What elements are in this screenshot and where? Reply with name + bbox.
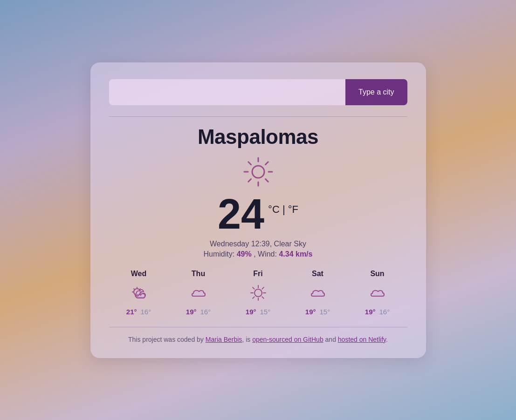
forecast-icon-fri — [248, 283, 268, 303]
svg-point-17 — [255, 289, 262, 297]
forecast-temps-thu: 19° 16° — [186, 308, 211, 316]
footer-text-end: . — [386, 336, 388, 343]
search-button[interactable]: Type a city — [345, 79, 407, 105]
svg-point-8 — [252, 166, 264, 178]
forecast-temps-wed: 21° 16° — [126, 308, 151, 316]
forecast-day-name: Sun — [370, 270, 384, 278]
footer: This project was coded by Maria Berbis, … — [109, 336, 407, 343]
footer-divider — [109, 327, 407, 327]
footer-text-before: This project was coded by — [128, 336, 206, 343]
forecast-icon-sun — [367, 283, 388, 303]
footer-github-link[interactable]: open-sourced on GitHub — [252, 336, 323, 343]
forecast-icon-thu — [188, 283, 209, 303]
wind-value: 4.34 km/s — [279, 250, 312, 258]
svg-line-4 — [248, 162, 251, 164]
forecast-temps-fri: 19° 15° — [246, 308, 270, 316]
humidity-label: Humidity: — [204, 250, 235, 258]
forecast-icon-sat — [308, 283, 328, 303]
svg-line-14 — [134, 289, 135, 290]
svg-line-7 — [248, 179, 251, 182]
forecast-day-name: Fri — [253, 270, 262, 278]
svg-line-23 — [262, 297, 264, 298]
forecast-day-sat: Sat 19° 15° — [295, 270, 341, 316]
unit-divider: | — [280, 203, 288, 215]
temperature-value: 24 — [218, 193, 264, 235]
forecast-day-name: Sat — [312, 270, 323, 278]
unit-fahrenheit[interactable]: °F — [288, 203, 298, 215]
city-name: Maspalomas — [109, 125, 407, 149]
forecast-day-sun: Sun 19° 16° — [354, 270, 401, 316]
footer-author-link[interactable]: Maria Berbis — [206, 336, 242, 343]
weather-card: Type a city Maspalomas 24 °C | °F Wednes… — [90, 62, 426, 358]
sun-icon — [241, 155, 275, 189]
footer-netlify-link[interactable]: hosted on Netlify — [338, 336, 386, 343]
forecast-low-sat: 15° — [320, 308, 330, 316]
forecast-row: Wed 21° 16° Thu — [109, 270, 407, 316]
forecast-high-fri: 19° — [246, 308, 256, 316]
weather-icon-container — [109, 155, 407, 189]
forecast-low-thu: 16° — [200, 308, 211, 316]
svg-line-6 — [265, 162, 268, 164]
temperature-units: °C | °F — [268, 203, 298, 216]
city-search-input[interactable] — [109, 79, 346, 105]
forecast-day-thu: Thu 19° 16° — [175, 270, 222, 316]
temperature-row: 24 °C | °F — [109, 193, 407, 235]
forecast-low-sun: 16° — [379, 308, 390, 316]
forecast-high-thu: 19° — [186, 308, 197, 316]
unit-celsius[interactable]: °C — [268, 203, 280, 215]
forecast-icon-wed — [129, 283, 149, 303]
forecast-temps-sun: 19° 16° — [365, 308, 390, 316]
forecast-day-name: Wed — [131, 270, 146, 278]
forecast-high-sat: 19° — [305, 308, 316, 316]
search-row: Type a city — [109, 79, 407, 105]
svg-line-24 — [262, 287, 264, 289]
svg-line-22 — [253, 287, 255, 289]
weather-description: Wednesday 12:39, Clear Sky — [109, 240, 407, 248]
forecast-day-wed: Wed 21° 16° — [116, 270, 162, 316]
forecast-temps-sat: 19° 15° — [305, 308, 330, 316]
wind-label: , Wind: — [254, 250, 277, 258]
forecast-low-wed: 16° — [141, 308, 151, 316]
footer-text-middle: , is — [242, 336, 252, 343]
forecast-day-name: Thu — [192, 270, 205, 278]
svg-line-5 — [265, 179, 268, 182]
forecast-day-fri: Fri 19° 15° — [235, 270, 282, 316]
svg-line-25 — [253, 297, 255, 298]
forecast-high-wed: 21° — [126, 308, 137, 316]
footer-text-and: and — [323, 336, 338, 343]
weather-detail: Humidity: 49% , Wind: 4.34 km/s — [109, 250, 407, 258]
humidity-value: 49% — [237, 250, 252, 258]
forecast-high-sun: 19° — [365, 308, 376, 316]
top-divider — [109, 116, 407, 117]
forecast-low-fri: 15° — [260, 308, 271, 316]
